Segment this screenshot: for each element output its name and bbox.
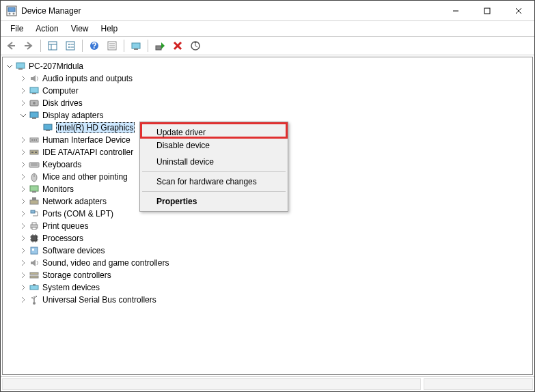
toolbar-separator [148,40,148,52]
uninstall-button[interactable] [170,38,185,53]
expand-icon[interactable] [19,222,27,230]
update-driver-button[interactable] [128,38,143,53]
svg-rect-33 [32,117,36,119]
menu-separator [142,171,286,172]
category-label: Software devices [42,244,105,257]
menu-item-scan-hardware[interactable]: Scan for hardware changes [141,173,286,190]
svg-point-38 [33,139,35,141]
network-icon [29,196,40,207]
close-button[interactable] [503,1,534,21]
svg-text:?: ? [92,41,96,51]
expand-icon[interactable] [19,173,27,181]
svg-rect-52 [31,210,35,213]
display-icon [42,122,53,133]
expand-icon[interactable] [19,271,27,279]
svg-rect-67 [30,272,38,275]
usb-icon [29,294,40,305]
svg-rect-56 [31,236,37,241]
svg-rect-32 [30,112,38,117]
menu-view[interactable]: View [66,23,94,35]
menu-item-properties[interactable]: Properties [141,193,286,210]
expand-icon[interactable] [19,136,27,144]
software-icon [29,245,40,256]
svg-rect-50 [30,200,38,204]
hid-icon [29,135,40,145]
sound-icon [29,257,40,268]
expand-icon[interactable] [19,160,27,169]
tree-category[interactable]: Processors [3,232,532,244]
computer-icon [15,61,26,72]
tree-view[interactable]: PC-207Mridula Audio inputs and outputs C… [2,57,533,375]
scan-hardware-button[interactable] [188,38,203,53]
svg-point-39 [36,139,37,141]
menu-item-disable-device[interactable]: Disable device [141,137,286,154]
expand-icon[interactable] [19,197,27,206]
collapse-icon[interactable] [19,111,27,120]
menu-file[interactable]: File [5,23,29,35]
expand-icon[interactable] [19,283,27,292]
toolbar-separator [82,40,83,52]
view-button[interactable] [63,38,78,53]
category-label: Mice and other pointing [42,171,128,183]
device-manager-window: Device Manager File Action View Help ? [0,0,535,392]
system-icon [29,282,40,293]
tree-category[interactable]: System devices [3,281,532,294]
expand-icon[interactable] [19,185,27,193]
toolbar: ? [1,36,534,55]
svg-rect-48 [30,186,38,191]
window-title: Device Manager [21,6,440,16]
maximize-button[interactable] [471,1,503,21]
expand-icon[interactable] [19,74,27,83]
tree-category[interactable]: Universal Serial Bus controllers [3,294,532,306]
expand-icon[interactable] [19,210,27,218]
tree-category[interactable]: Print queues [3,220,532,232]
expand-icon[interactable] [19,148,27,156]
root-label: PC-207Mridula [29,60,83,72]
audio-icon [29,73,40,84]
properties-button[interactable] [105,38,120,53]
category-label: Sound, video and game controllers [42,257,169,269]
menu-item-update-driver[interactable]: Update driver [140,122,288,139]
app-icon [6,5,17,16]
menu-action[interactable]: Action [30,23,64,35]
expand-icon[interactable] [19,87,27,95]
disk-icon [29,98,40,109]
tree-category[interactable]: Disk drives [3,97,532,109]
svg-rect-55 [32,227,36,229]
minimize-button[interactable] [440,1,471,21]
category-label: Computer [42,85,79,97]
menu-item-uninstall-device[interactable]: Uninstall device [141,154,286,170]
expand-icon[interactable] [19,234,27,242]
expand-icon[interactable] [19,247,27,255]
category-label: Network adapters [42,195,107,208]
back-button[interactable] [3,38,18,53]
keyboard-icon [29,159,40,170]
tree-category[interactable]: Computer [3,85,532,97]
status-pane-left [2,378,421,390]
category-label: Disk drives [42,97,83,109]
menu-help[interactable]: Help [96,23,124,35]
svg-rect-34 [44,124,52,130]
expand-icon[interactable] [19,296,27,304]
tree-category-expanded[interactable]: Display adapters [3,109,532,122]
svg-rect-11 [66,42,74,50]
tree-category[interactable]: Software devices [3,244,532,257]
processor-icon [29,233,40,244]
forward-button[interactable] [21,38,36,53]
toolbar-separator [124,40,124,52]
tree-root[interactable]: PC-207Mridula [3,60,532,72]
enable-device-button[interactable] [152,38,167,53]
svg-rect-29 [32,93,36,94]
help-button[interactable]: ? [87,38,102,53]
expand-icon[interactable] [19,99,27,107]
printer-icon [29,221,40,232]
tree-category[interactable]: Audio inputs and outputs [3,72,532,85]
tree-category[interactable]: Storage controllers [3,269,532,281]
expand-icon[interactable] [19,259,27,267]
mouse-icon [29,171,40,182]
menu-separator [142,191,286,192]
svg-point-2 [9,12,11,14]
show-hide-tree-button[interactable] [45,38,60,53]
tree-category[interactable]: Sound, video and game controllers [3,257,532,269]
collapse-icon[interactable] [5,62,14,70]
